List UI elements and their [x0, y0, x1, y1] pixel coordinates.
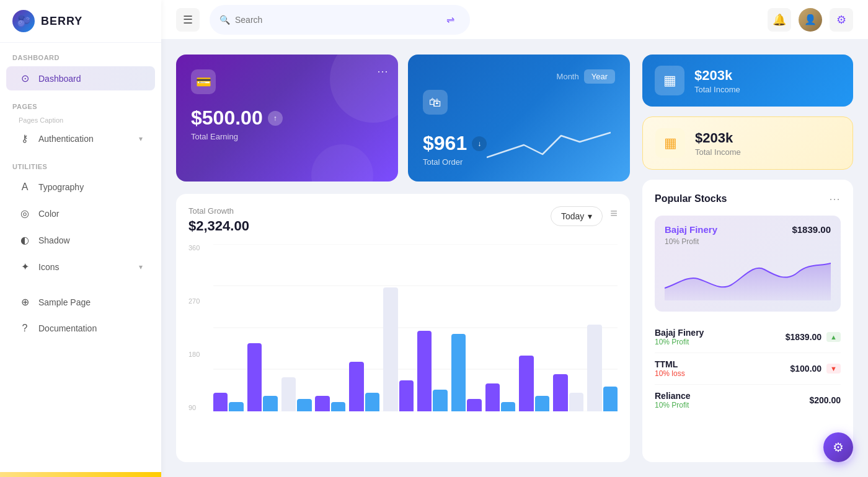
bar-group-5 — [349, 244, 379, 411]
featured-stock-name: Bajaj Finery — [665, 224, 717, 235]
documentation-icon: ? — [19, 323, 31, 334]
today-button[interactable]: Today ▾ — [551, 206, 603, 226]
stock-2-sub: 10% loss — [655, 369, 685, 378]
sidebar-item-authentication[interactable]: ⚷ Authentication ▾ — [6, 126, 155, 151]
section-dashboard-label: Dashboard — [0, 43, 161, 65]
tab-month[interactable]: Month — [557, 72, 579, 81]
sidebar-bottom-accent — [0, 472, 161, 477]
featured-stock-price: $1839.00 — [792, 224, 831, 235]
shadow-icon: ◐ — [19, 234, 31, 246]
content-area: 💳 ⋯ $500.00 ↑ Total Earning Month Year — [161, 40, 868, 477]
main-column: 💳 ⋯ $500.00 ↑ Total Earning Month Year — [176, 55, 630, 462]
stock-1-name: Bajaj Finery — [655, 328, 704, 338]
sidebar-item-dashboard[interactable]: ⊙ Dashboard — [6, 66, 155, 90]
sidebar-item-icons[interactable]: ✦ Icons ▾ — [6, 255, 155, 279]
income-card-yellow: ▦ $203k Total Income — [642, 116, 853, 170]
hamburger-icon: ☰ — [183, 13, 193, 27]
fab-button[interactable]: ⚙ — [823, 432, 853, 462]
chevron-down-icon: ▾ — [139, 134, 143, 143]
sidebar-item-sample-page[interactable]: ⊕ Sample Page — [6, 290, 155, 314]
stock-3-name: Reliance — [655, 391, 691, 401]
stock-1-price: $1839.00 — [786, 332, 822, 342]
stocks-title: Popular Stocks — [655, 193, 727, 204]
sidebar-item-documentation[interactable]: ? Documentation — [6, 317, 155, 340]
dropdown-chevron-icon: ▾ — [588, 211, 592, 221]
sidebar-item-documentation-label: Documentation — [38, 323, 97, 333]
stock-row-2: TTML 10% loss $100.00 ▼ — [655, 353, 841, 385]
income-yellow-label: Total Income — [695, 147, 741, 157]
earning-card-icon: 💳 — [191, 69, 216, 94]
income-yellow-amount: $203k — [695, 130, 741, 146]
order-bottom: $961 ↓ Total Order — [423, 120, 615, 167]
sidebar-item-color-label: Color — [38, 209, 59, 219]
y-axis-labels: 360 270 180 90 — [188, 244, 200, 411]
stocks-menu-icon[interactable]: ⋯ — [829, 192, 841, 206]
bar-group-6 — [383, 244, 414, 411]
dashboard-icon: ⊙ — [19, 72, 31, 84]
chart-menu-icon[interactable]: ≡ — [610, 206, 618, 221]
topbar: ☰ 🔍 ⇌ 🔔 👤 ⚙ — [161, 0, 868, 40]
stock-2-badge: ▼ — [826, 364, 841, 374]
bar-group-8 — [451, 244, 482, 411]
topbar-right: 🔔 👤 ⚙ — [768, 8, 853, 32]
bar-group-3 — [281, 244, 312, 411]
notification-button[interactable]: 🔔 — [768, 8, 791, 32]
sidebar-item-color[interactable]: ◎ Color — [6, 201, 155, 225]
sample-page-icon: ⊕ — [19, 296, 31, 308]
income-yellow-icon: ▦ — [655, 128, 685, 158]
chart-title: Total Growth — [188, 206, 249, 216]
stock-featured: Bajaj Finery $1839.00 10% Profit — [655, 216, 841, 312]
bar-group-7 — [417, 244, 448, 411]
bar-group-2 — [247, 244, 278, 411]
tab-year[interactable]: Year — [584, 69, 615, 84]
sidebar-item-shadow-label: Shadow — [38, 235, 70, 245]
chart-amount: $2,324.00 — [188, 218, 249, 234]
color-icon: ◎ — [19, 208, 31, 219]
order-amount: $961 ↓ — [423, 132, 487, 155]
fab-icon: ⚙ — [833, 440, 844, 455]
search-input[interactable] — [235, 15, 435, 25]
icons-chevron-icon: ▾ — [139, 263, 143, 271]
bar-group-9 — [485, 244, 516, 411]
growth-chart-card: Total Growth $2,324.00 Today ▾ ≡ 360 — [176, 194, 630, 462]
sidebar-item-typography[interactable]: A Typography — [6, 175, 155, 199]
search-icon: 🔍 — [219, 15, 230, 25]
hamburger-button[interactable]: ☰ — [176, 8, 200, 32]
settings-button[interactable]: ⚙ — [830, 8, 853, 32]
logo-icon: 🫐 — [12, 10, 35, 32]
income-blue-label: Total Income — [694, 85, 740, 94]
section-pages-label: Pages — [0, 92, 161, 114]
cards-row: 💳 ⋯ $500.00 ↑ Total Earning Month Year — [176, 55, 630, 182]
avatar[interactable]: 👤 — [799, 8, 822, 32]
sidebar-header: 🫐 BERRY — [0, 0, 161, 43]
main-wrapper: ☰ 🔍 ⇌ 🔔 👤 ⚙ 💳 ⋯ $500.00 ↑ — [161, 0, 868, 477]
stock-2-name: TTML — [655, 359, 685, 369]
bar-group-1 — [213, 244, 244, 411]
earning-up-icon: ↑ — [268, 111, 283, 126]
income-blue-icon: ▦ — [655, 66, 684, 95]
featured-stock-chart — [665, 251, 831, 303]
pages-caption: Pages Caption — [6, 114, 161, 125]
app-name: BERRY — [41, 15, 82, 28]
sidebar-item-sample-page-label: Sample Page — [38, 297, 91, 307]
sidebar-item-icons-label: Icons — [38, 262, 59, 272]
filter-button[interactable]: ⇌ — [440, 10, 460, 30]
sidebar-item-authentication-label: Authentication — [38, 134, 94, 144]
chart-bars — [213, 244, 618, 411]
popular-stocks-card: Popular Stocks ⋯ Bajaj Finery $1839.00 1… — [642, 180, 853, 462]
section-utilities-label: Utilities — [0, 152, 161, 174]
right-column: ▦ $203k Total Income ▦ $203k Total Incom… — [642, 55, 853, 462]
bar-group-11 — [553, 244, 583, 411]
search-bar: 🔍 ⇌ — [210, 5, 470, 35]
typography-icon: A — [19, 182, 31, 193]
bar-group-4 — [315, 244, 345, 411]
income-card-blue: ▦ $203k Total Income — [642, 55, 853, 107]
stock-row-3: Reliance 10% Profit $200.00 — [655, 385, 841, 416]
earning-amount: $500.00 ↑ — [191, 107, 383, 129]
stock-2-price: $100.00 — [790, 364, 822, 374]
featured-stock-profit: 10% Profit — [665, 237, 831, 246]
sidebar-item-shadow[interactable]: ◐ Shadow — [6, 228, 155, 252]
stocks-header: Popular Stocks ⋯ — [655, 192, 841, 206]
stock-3-sub: 10% Profit — [655, 401, 691, 409]
earning-card-menu[interactable]: ⋯ — [377, 64, 388, 78]
